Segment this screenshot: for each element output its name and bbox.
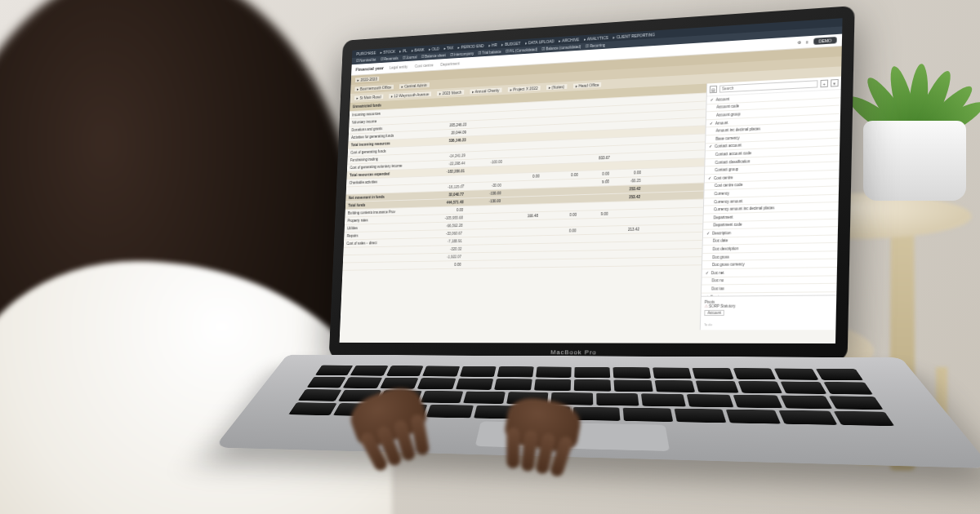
- cell-value: 444,571.48: [426, 200, 463, 205]
- field-prefix-icon[interactable]: ▤: [710, 86, 717, 93]
- nav-item[interactable]: PURCHASE: [356, 51, 376, 56]
- nav-item[interactable]: ▸ PERIOD END: [458, 43, 484, 50]
- nav-item[interactable]: ▸ BANK: [412, 47, 425, 53]
- cell-value: [537, 246, 575, 247]
- laptop-keyboard: [214, 355, 980, 469]
- cell-value: 253.42: [608, 195, 640, 200]
- cell-value: [581, 102, 612, 104]
- cell-value: [430, 117, 467, 118]
- subnav-item[interactable]: Balance sheet: [421, 53, 446, 59]
- cell-value: [461, 256, 499, 257]
- filter-chip[interactable]: ▸ Head Office: [572, 82, 601, 89]
- cell-value: 0.00: [537, 228, 576, 233]
- nav-item[interactable]: ▸ DATA UPLOAD: [525, 38, 555, 45]
- header-tab[interactable]: Department: [440, 61, 460, 67]
- cell-value: [607, 246, 639, 246]
- filter-chip[interactable]: ▸ Annual Charity: [470, 88, 501, 95]
- cell-value: [465, 170, 502, 171]
- subnav-item[interactable]: Trial balance: [478, 50, 501, 55]
- fields-dropdown-button[interactable]: ▾: [831, 79, 839, 87]
- filter-chip[interactable]: ▸ Bournemouth Office: [354, 85, 394, 91]
- cell-value: -66.25: [609, 179, 641, 184]
- nav-item[interactable]: ▸ STOCK: [380, 49, 395, 55]
- cell-value: [504, 113, 541, 115]
- header-tab[interactable]: Legal entity: [390, 64, 408, 70]
- row-label: [349, 188, 427, 190]
- cell-value: [579, 142, 610, 144]
- pivot-warning: SORP Statutory: [705, 304, 833, 308]
- cell-value: [501, 192, 538, 193]
- subnav-item[interactable]: Journal: [403, 55, 417, 60]
- cell-value: 0.00: [539, 173, 577, 179]
- menu-icon[interactable]: ≡: [806, 39, 808, 44]
- cell-value: [612, 109, 644, 110]
- pivot-tag[interactable]: Account: [704, 310, 724, 316]
- filter-chip[interactable]: ▸ 12 Weymouth Avenue: [389, 91, 431, 98]
- cell-value: [575, 263, 606, 264]
- subnav-item[interactable]: Intercompany: [450, 51, 474, 57]
- cell-value: [537, 239, 576, 240]
- demo-button[interactable]: DEMO: [813, 37, 837, 45]
- row-label: Total funds: [348, 202, 426, 208]
- cell-value: [541, 151, 579, 153]
- cell-value: [466, 146, 503, 148]
- row-label: Repairs: [347, 233, 425, 238]
- row-label: [346, 258, 425, 259]
- cell-value: [542, 104, 581, 105]
- cell-value: [502, 161, 540, 162]
- row-label: [346, 250, 425, 251]
- cell-value: [466, 123, 503, 125]
- cell-value: [503, 144, 541, 146]
- cell-value: [466, 154, 503, 156]
- subnav-item[interactable]: Recurring: [586, 43, 605, 48]
- cell-value: [580, 110, 611, 112]
- cell-value: [541, 143, 579, 144]
- cell-value: [607, 254, 639, 255]
- nav-item[interactable]: ▸ TAX: [443, 46, 453, 51]
- cell-value: [577, 190, 608, 191]
- fields-search-input[interactable]: [719, 80, 818, 92]
- row-label: Charitable activities: [350, 178, 428, 184]
- cell-value: [539, 191, 577, 192]
- cell-value: [503, 129, 541, 131]
- cell-value: -182,286.81: [428, 169, 465, 174]
- nav-item[interactable]: ▸ ANALYTICS: [584, 35, 608, 42]
- nav-item[interactable]: ▸ PL: [399, 48, 407, 53]
- cell-value: [501, 184, 539, 186]
- gear-icon[interactable]: ⚙: [797, 40, 800, 45]
- subnav-item[interactable]: Nominal list: [356, 58, 376, 63]
- cell-value: -22,298.44: [428, 162, 465, 166]
- nav-item[interactable]: ▸ ARCHIVE: [559, 37, 579, 42]
- filter-chip[interactable]: ▸ Central Admin: [399, 82, 430, 89]
- cell-value: [539, 183, 577, 184]
- cell-value: [467, 115, 504, 117]
- cell-value: [466, 131, 504, 132]
- nav-item[interactable]: ▸ OLD: [429, 47, 439, 51]
- cell-value: 32,040.77: [427, 193, 464, 197]
- cell-value: 205,246.23: [430, 122, 466, 128]
- cell-value: [610, 140, 642, 142]
- cell-value: 536,146.23: [430, 138, 466, 144]
- cell-value: [577, 206, 608, 206]
- fields-add-button[interactable]: +: [820, 80, 828, 88]
- cell-value: [541, 119, 580, 121]
- filter-chip[interactable]: ▸ (Notes): [546, 84, 567, 90]
- cell-value: [537, 263, 575, 264]
- page-title: Financial year: [355, 65, 384, 72]
- nav-item[interactable]: ▸ HR: [488, 42, 497, 47]
- filter-chip[interactable]: ▸ 2023 March: [437, 90, 464, 95]
- filter-chip[interactable]: ▸ St Main Road: [354, 95, 383, 100]
- cell-value: [501, 200, 538, 201]
- nav-item[interactable]: ▸ BUDGET: [501, 41, 520, 47]
- header-tab[interactable]: Cost centre: [415, 63, 434, 69]
- cell-value: [541, 135, 579, 137]
- filter-chip[interactable]: ▸ 2022-2023: [355, 77, 380, 82]
- cell-value: [463, 209, 501, 210]
- subnav-item[interactable]: Reversals: [381, 56, 399, 61]
- cell-value: [465, 178, 502, 179]
- filter-chip[interactable]: ▸ Project X 2022: [507, 86, 540, 92]
- cell-value: [577, 222, 608, 223]
- cell-value: [540, 167, 578, 169]
- cell-value: [504, 121, 541, 122]
- fields-panel: ▤ + ▾ AccountAccount codeAccount groupAm…: [700, 77, 841, 330]
